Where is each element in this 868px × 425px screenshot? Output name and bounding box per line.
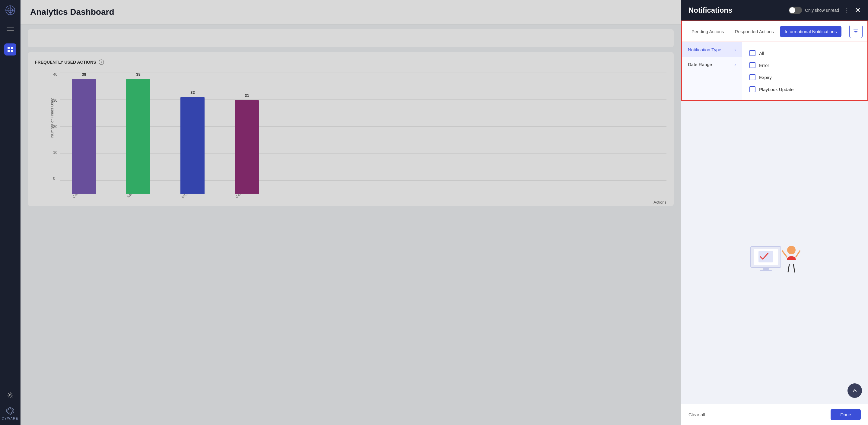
- bar-green: [126, 79, 150, 194]
- scroll-to-top-button[interactable]: [847, 383, 862, 398]
- sidebar-bottom: CYWARE: [2, 389, 19, 420]
- filter-option-date-range[interactable]: Date Range ›: [682, 57, 742, 72]
- filter-button[interactable]: [849, 25, 863, 38]
- filter-notification-type-label: Notification Type: [688, 47, 721, 52]
- main-content: Analytics Dashboard FREQUENTLY USED ACTI…: [21, 0, 681, 425]
- sidebar: CYWARE: [0, 0, 21, 425]
- app-logo[interactable]: [5, 5, 16, 16]
- svg-rect-5: [7, 29, 14, 29]
- checkbox-error-label: Error: [759, 63, 769, 68]
- svg-line-26: [796, 251, 800, 257]
- tab-informational-notifications[interactable]: Informational Notifications: [780, 26, 842, 37]
- search-bar-area: [28, 29, 674, 47]
- page-title: Analytics Dashboard: [30, 7, 671, 17]
- checkbox-error-box[interactable]: [749, 62, 755, 68]
- bar-blue: [180, 97, 205, 194]
- notif-bottom-bar: Clear all Done: [681, 404, 868, 425]
- filter-area: Notification Type › Date Range › All Err…: [681, 42, 868, 101]
- checkbox-expiry-label: Expiry: [759, 75, 772, 80]
- checkbox-expiry-box[interactable]: [749, 74, 755, 80]
- empty-state-illustration: [745, 228, 805, 276]
- clear-all-button[interactable]: Clear all: [688, 412, 705, 417]
- svg-rect-4: [7, 27, 14, 28]
- svg-line-27: [788, 265, 789, 272]
- svg-line-28: [794, 265, 795, 272]
- svg-rect-9: [7, 50, 10, 52]
- checkbox-expiry[interactable]: Expiry: [749, 71, 860, 83]
- checkbox-error[interactable]: Error: [749, 59, 860, 71]
- cyware-brand: CYWARE: [2, 406, 19, 420]
- filter-date-range-label: Date Range: [688, 62, 712, 67]
- bar-purple: [72, 79, 96, 194]
- info-icon: i: [99, 59, 104, 65]
- toggle-container: Only show unread: [789, 7, 839, 14]
- chart-container: Number of Times Used 40 30 20 10 0: [35, 72, 666, 199]
- svg-text:i: i: [101, 61, 102, 64]
- tabs-container: Pending Actions Responded Actions Inform…: [681, 21, 868, 42]
- empty-state-area: [681, 101, 868, 404]
- svg-rect-8: [11, 47, 13, 49]
- chevron-right-icon: ›: [734, 47, 736, 52]
- sidebar-item-dashboard[interactable]: [4, 43, 16, 56]
- cyware-label: CYWARE: [2, 417, 19, 420]
- x-axis-labels: Create an index... Add JSON data t... ge…: [60, 194, 666, 200]
- arrow-up-icon: [852, 388, 858, 394]
- y-axis-label: Number of Times Used: [50, 98, 54, 138]
- filter-icon: [853, 28, 859, 34]
- notification-panel: Notifications Only show unread ⋮ ✕ Pendi…: [681, 0, 868, 425]
- svg-rect-6: [7, 30, 14, 31]
- main-header: Analytics Dashboard: [21, 0, 681, 25]
- tab-responded-actions[interactable]: Responded Actions: [730, 26, 779, 37]
- bar-group: 38: [72, 72, 96, 194]
- checkbox-all-box[interactable]: [749, 50, 755, 56]
- chart-section: FREQUENTLY USED ACTIONS i Number of Time…: [28, 52, 674, 206]
- unread-toggle[interactable]: [789, 7, 802, 14]
- svg-line-25: [782, 251, 787, 257]
- svg-marker-13: [8, 408, 13, 413]
- bar-group: 38: [126, 72, 150, 194]
- svg-rect-22: [763, 267, 769, 270]
- chevron-right-icon-2: ›: [734, 62, 736, 67]
- filter-right-panel: All Error Expiry Playbook Update: [742, 42, 867, 100]
- svg-point-24: [787, 246, 796, 254]
- svg-point-11: [9, 394, 11, 396]
- bars-container: 38 38 32: [60, 72, 666, 194]
- tab-pending-actions[interactable]: Pending Actions: [687, 26, 729, 37]
- bar-group: 32: [180, 90, 205, 194]
- notif-title: Notifications: [688, 6, 784, 14]
- more-options-button[interactable]: ⋮: [844, 7, 850, 14]
- x-axis-title: Actions: [35, 200, 666, 204]
- checkbox-playbook-update-box[interactable]: [749, 86, 755, 92]
- checkbox-playbook-update-label: Playbook Update: [759, 87, 794, 92]
- sidebar-item-settings[interactable]: [4, 389, 16, 401]
- bar-group: 31: [235, 93, 259, 194]
- checkbox-all[interactable]: All: [749, 47, 860, 59]
- svg-rect-10: [11, 50, 13, 52]
- chart-title: FREQUENTLY USED ACTIONS i: [35, 59, 666, 65]
- done-button[interactable]: Done: [831, 409, 861, 420]
- bar-pink: [235, 100, 259, 194]
- sidebar-menu-button[interactable]: [4, 23, 16, 36]
- checkbox-playbook-update[interactable]: Playbook Update: [749, 83, 860, 95]
- toggle-label: Only show unread: [805, 8, 839, 13]
- filter-left-panel: Notification Type › Date Range ›: [682, 42, 742, 100]
- svg-rect-7: [7, 47, 10, 49]
- close-button[interactable]: ✕: [855, 6, 861, 14]
- notif-header: Notifications Only show unread ⋮ ✕: [681, 0, 868, 21]
- svg-rect-23: [760, 270, 772, 271]
- checkbox-all-label: All: [759, 51, 764, 56]
- filter-option-notification-type[interactable]: Notification Type ›: [682, 42, 742, 57]
